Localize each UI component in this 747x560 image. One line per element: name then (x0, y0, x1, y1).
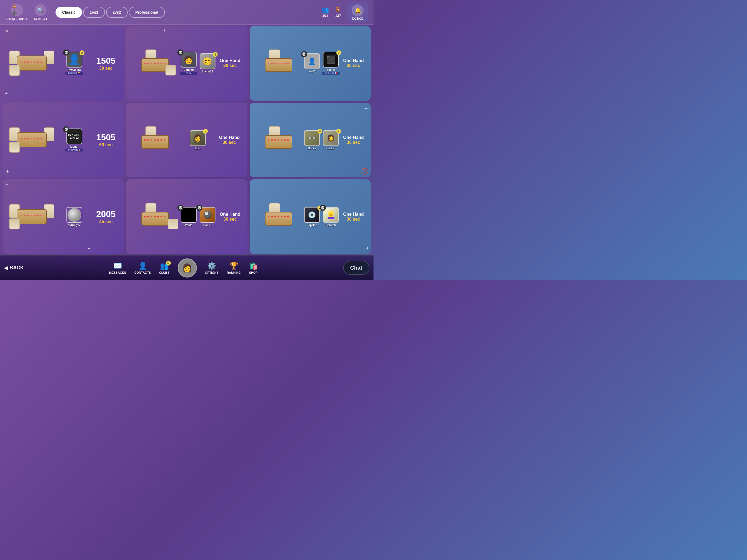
game-score-4: 1505 (96, 132, 115, 143)
game-info-4: 1505 60 sec (92, 132, 120, 147)
sparkle-7: ✦ (87, 246, 91, 252)
table-card-7[interactable]: ✦ ✦ xxKingxx 2005 45 sec (3, 179, 124, 254)
table-card-5[interactable]: 2 👩 ELix One Hand 30 sec (126, 103, 247, 177)
game-timer-6: 30 sec (347, 140, 360, 145)
sparkle-3: ✦ (162, 27, 166, 33)
table-card-6[interactable]: ✦ 3 👓 Donez 2 🧔 RealLag One Hand 30 sec … (250, 103, 371, 177)
chat-button[interactable]: Chat (343, 261, 369, 275)
nav-clubs[interactable]: 👥 N CLUBS (159, 262, 170, 274)
player-name-xxkingxx: xxKingxx (66, 224, 83, 227)
num-badge: 2 (80, 50, 84, 55)
table-card-3[interactable]: 💀 👤 void2 2 ⬛ gamer MYCLUB 🇫🇷 One Hand 3… (250, 26, 371, 101)
search-button[interactable]: 🔍 SEARCH (31, 4, 50, 21)
messages-icon: ✉️ (113, 262, 122, 270)
game-info-8: One Hand 30 sec (216, 212, 243, 222)
player-name-montii: Montii (66, 145, 83, 148)
player-card-montii: 💀 IN YOUR AREA! Montii OT4EVER 🏅 (66, 128, 83, 152)
num-badge-liamn: 1 (213, 52, 217, 57)
game-timer-3: 30 sec (347, 63, 360, 68)
game-timer-7: 45 sec (99, 219, 113, 224)
clubs-badge: N (166, 261, 171, 265)
ranking-icon: 🏆 (229, 262, 238, 270)
player-card-darleng: 💀 🧑 Darleng FSDA (180, 52, 198, 75)
player-cards-9: 3 💿 TopOne 💀 👱‍♀️ Qqloterr (303, 207, 340, 227)
tab-2vs2[interactable]: 2vs2 (106, 7, 128, 18)
player-card-xxkingxx: xxKingxx (66, 207, 83, 227)
player-card-void2: 💀 👤 void2 (303, 53, 321, 73)
game-info-6: One Hand 30 sec (340, 135, 367, 145)
game-mode-3: One Hand (343, 58, 364, 63)
nav-items: ✉️ MESSAGES 👤 CONTACTS 👥 N CLUBS 👩 ⚙️ OP… (109, 258, 258, 278)
game-timer-5: 30 sec (223, 140, 236, 145)
game-info-9: One Hand 30 sec (340, 212, 367, 222)
nav-options[interactable]: ⚙️ OPTIONS (205, 262, 219, 274)
search-icon: 🔍 (34, 4, 47, 16)
skull-icon-qqloterr: 💀 (320, 205, 326, 211)
notice-icon: 🔔 (352, 4, 364, 17)
table-scene-8 (130, 203, 180, 230)
table-scene-6 (254, 126, 303, 154)
player-card-topone: 3 💿 TopOne (303, 207, 321, 227)
player-cards-2: 💀 🧑 Darleng FSDA 1 ❤️ 😊 Liamn12 (180, 52, 216, 75)
player-name-daniel: Daniel (199, 224, 216, 227)
player-name-darleng: Darleng (180, 68, 198, 71)
player-club-montii: OT4EVER 🏅 (66, 149, 83, 152)
player-profile-avatar[interactable]: 👩 (178, 258, 197, 278)
game-mode-2: One Hand (220, 58, 241, 63)
player-card-donez: 3 👓 Donez (303, 130, 321, 150)
sparkle-8: ✦ (365, 245, 369, 251)
player-name-elix: ELix (189, 147, 206, 150)
sparkle-1: ✦ (5, 28, 9, 34)
back-button[interactable]: ◀ BACK (4, 265, 24, 271)
nav-ranking[interactable]: 🏆 RANKING (227, 262, 241, 274)
player-name-donez: Donez (303, 147, 321, 150)
table-icon: 🪑 (334, 6, 342, 14)
table-card-1[interactable]: ✦ ✦ 💀 2 👤 AWAYFRO DABEST 🏆 1505 30 sec (3, 26, 124, 101)
nav-shop[interactable]: 🛍️ SHOP (249, 262, 258, 274)
player-card-paula: 💀 Paula (180, 207, 198, 227)
player-cards-6: 3 👓 Donez 2 🧔 RealLag (303, 130, 340, 150)
player-name-liamn12: Liamn12 (199, 70, 216, 73)
num-badge-elix: 2 (203, 129, 208, 134)
game-mode-5: One Hand (219, 135, 240, 140)
player-name-reallag: RealLag (322, 147, 340, 150)
player-name-void2: void2 (303, 70, 321, 73)
player-cards-7: xxKingxx (66, 207, 83, 227)
back-icon: ◀ (4, 265, 8, 271)
table-scene-7 (7, 203, 56, 230)
tab-1vs1[interactable]: 1vs1 (83, 7, 105, 18)
player-card-qqloterr: 💀 👱‍♀️ Qqloterr (322, 207, 340, 227)
nav-messages[interactable]: ✉️ MESSAGES (109, 262, 126, 274)
game-timer-2: 30 sec (223, 63, 237, 68)
player-card-reallag: 2 🧔 RealLag (322, 130, 340, 150)
game-mode-9: One Hand (343, 212, 364, 217)
player-cards-3: 💀 👤 void2 2 ⬛ gamer MYCLUB 🇫🇷 (303, 52, 340, 75)
tab-classic[interactable]: Classic (55, 7, 82, 18)
sparkle-6: ✦ (5, 182, 9, 187)
player-card-elix: 2 👩 ELix (189, 130, 206, 150)
online-stat: 👥 401 (321, 6, 329, 18)
create-table-button[interactable]: 🪑➕ CREATE TABLE (5, 4, 28, 21)
table-card-2[interactable]: ✦ 💀 🧑 Darleng FSDA 1 ❤️ 😊 Liamn12 One Ha… (126, 26, 247, 101)
player-name-awayfro: AWAYFRO (66, 68, 83, 71)
game-timer-1: 30 sec (99, 66, 113, 71)
table-stat: 🪑 137 (334, 6, 342, 18)
skull-icon-void2: 💀 (301, 51, 307, 57)
nav-contacts[interactable]: 👤 CONTACTS (134, 262, 151, 274)
tables-grid: ✦ ✦ 💀 2 👤 AWAYFRO DABEST 🏆 1505 30 sec ✦ (3, 26, 371, 254)
player-name-paula: Paula (180, 224, 198, 227)
table-card-8[interactable]: 💀 Paula 💀 🎱 Daniel One Hand 30 sec (126, 179, 247, 254)
table-card-4[interactable]: ✦ 💀 IN YOUR AREA! Montii OT4EVER 🏅 1505 … (3, 103, 124, 177)
game-timer-9: 30 sec (347, 217, 360, 222)
sparkle-4: ✦ (5, 169, 9, 175)
game-timer-8: 30 sec (223, 217, 237, 222)
player-cards-1: 💀 2 👤 AWAYFRO DABEST 🏆 (66, 52, 83, 75)
tab-professional[interactable]: Professional (129, 7, 165, 18)
player-avatar-darleng: 🧑 (181, 52, 197, 68)
player-card-liamn12: 1 ❤️ 😊 Liamn12 (199, 53, 216, 73)
skull-icon-montii: 💀 (63, 126, 69, 132)
num-badge-reallag: 2 (336, 129, 341, 134)
skull-icon-daniel: 💀 (196, 205, 202, 211)
table-card-9[interactable]: ✦ 3 💿 TopOne 💀 👱‍♀️ Qqloterr One Hand 30… (250, 179, 371, 254)
notice-button[interactable]: 🔔 NOTICE (347, 2, 368, 22)
